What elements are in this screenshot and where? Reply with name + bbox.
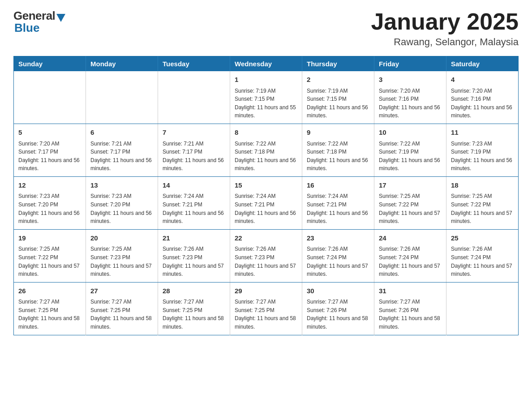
day-info: Sunrise: 7:26 AMSunset: 7:23 PMDaylight:…	[163, 245, 225, 278]
day-number: 30	[307, 286, 369, 296]
day-info: Sunrise: 7:27 AMSunset: 7:25 PMDaylight:…	[90, 298, 153, 331]
day-info: Sunrise: 7:22 AMSunset: 7:18 PMDaylight:…	[307, 140, 369, 173]
calendar-header-row: SundayMondayTuesdayWednesdayThursdayFrid…	[14, 56, 519, 72]
calendar-day-cell: 11Sunrise: 7:23 AMSunset: 7:19 PMDayligh…	[446, 124, 519, 177]
calendar-day-cell: 3Sunrise: 7:20 AMSunset: 7:16 PMDaylight…	[374, 71, 446, 124]
day-info: Sunrise: 7:25 AMSunset: 7:23 PMDaylight:…	[90, 245, 153, 278]
calendar-day-header: Monday	[86, 56, 158, 72]
day-number: 27	[90, 286, 153, 296]
calendar-day-cell: 7Sunrise: 7:21 AMSunset: 7:17 PMDaylight…	[158, 124, 230, 177]
day-info: Sunrise: 7:23 AMSunset: 7:20 PMDaylight:…	[18, 192, 81, 225]
day-info: Sunrise: 7:23 AMSunset: 7:20 PMDaylight:…	[90, 192, 153, 225]
day-number: 11	[451, 128, 514, 138]
day-info: Sunrise: 7:26 AMSunset: 7:24 PMDaylight:…	[379, 245, 442, 278]
day-info: Sunrise: 7:27 AMSunset: 7:26 PMDaylight:…	[379, 298, 442, 331]
calendar-day-cell: 13Sunrise: 7:23 AMSunset: 7:20 PMDayligh…	[86, 176, 158, 229]
logo-arrow-icon	[56, 14, 65, 22]
calendar-day-cell: 1Sunrise: 7:19 AMSunset: 7:15 PMDaylight…	[230, 71, 302, 124]
day-info: Sunrise: 7:25 AMSunset: 7:22 PMDaylight:…	[451, 192, 514, 225]
day-number: 14	[163, 180, 225, 191]
calendar-day-cell: 16Sunrise: 7:24 AMSunset: 7:21 PMDayligh…	[302, 176, 374, 229]
calendar-day-cell: 12Sunrise: 7:23 AMSunset: 7:20 PMDayligh…	[14, 176, 86, 229]
day-number: 24	[379, 233, 442, 244]
day-info: Sunrise: 7:25 AMSunset: 7:22 PMDaylight:…	[18, 245, 81, 278]
calendar-day-cell: 30Sunrise: 7:27 AMSunset: 7:26 PMDayligh…	[302, 282, 374, 335]
day-number: 6	[90, 128, 153, 138]
calendar-day-cell: 21Sunrise: 7:26 AMSunset: 7:23 PMDayligh…	[158, 229, 230, 282]
day-number: 16	[307, 180, 369, 191]
day-info: Sunrise: 7:27 AMSunset: 7:26 PMDaylight:…	[307, 298, 369, 331]
day-number: 19	[18, 233, 81, 244]
day-number: 31	[379, 286, 442, 296]
calendar-day-cell	[446, 282, 519, 335]
day-number: 25	[451, 233, 514, 244]
day-number: 26	[18, 286, 81, 296]
calendar-day-cell: 31Sunrise: 7:27 AMSunset: 7:26 PMDayligh…	[374, 282, 446, 335]
calendar-week-row: 1Sunrise: 7:19 AMSunset: 7:15 PMDaylight…	[14, 71, 519, 124]
day-number: 22	[235, 233, 297, 244]
day-info: Sunrise: 7:26 AMSunset: 7:24 PMDaylight:…	[307, 245, 369, 278]
calendar-day-cell: 14Sunrise: 7:24 AMSunset: 7:21 PMDayligh…	[158, 176, 230, 229]
day-number: 23	[307, 233, 369, 244]
calendar-day-cell: 26Sunrise: 7:27 AMSunset: 7:25 PMDayligh…	[14, 282, 86, 335]
calendar-day-cell: 8Sunrise: 7:22 AMSunset: 7:18 PMDaylight…	[230, 124, 302, 177]
logo: General Blue	[13, 9, 65, 35]
calendar-day-header: Wednesday	[230, 56, 302, 72]
day-info: Sunrise: 7:24 AMSunset: 7:21 PMDaylight:…	[307, 192, 369, 225]
day-number: 20	[90, 233, 153, 244]
calendar-day-cell: 17Sunrise: 7:25 AMSunset: 7:22 PMDayligh…	[374, 176, 446, 229]
day-info: Sunrise: 7:26 AMSunset: 7:23 PMDaylight:…	[235, 245, 297, 278]
calendar-week-row: 5Sunrise: 7:20 AMSunset: 7:17 PMDaylight…	[14, 124, 519, 177]
calendar-day-header: Sunday	[14, 56, 86, 72]
day-number: 1	[235, 75, 297, 85]
day-number: 28	[163, 286, 225, 296]
day-info: Sunrise: 7:27 AMSunset: 7:25 PMDaylight:…	[18, 298, 81, 331]
day-number: 5	[18, 128, 81, 138]
day-info: Sunrise: 7:24 AMSunset: 7:21 PMDaylight:…	[235, 192, 297, 225]
calendar-day-cell: 23Sunrise: 7:26 AMSunset: 7:24 PMDayligh…	[302, 229, 374, 282]
calendar-day-header: Thursday	[302, 56, 374, 72]
calendar-day-cell: 4Sunrise: 7:20 AMSunset: 7:16 PMDaylight…	[446, 71, 519, 124]
day-number: 12	[18, 180, 81, 191]
calendar-day-cell: 2Sunrise: 7:19 AMSunset: 7:15 PMDaylight…	[302, 71, 374, 124]
day-number: 13	[90, 180, 153, 191]
calendar-day-cell: 22Sunrise: 7:26 AMSunset: 7:23 PMDayligh…	[230, 229, 302, 282]
day-number: 7	[163, 128, 225, 138]
calendar-day-cell: 24Sunrise: 7:26 AMSunset: 7:24 PMDayligh…	[374, 229, 446, 282]
day-number: 17	[379, 180, 442, 191]
day-number: 18	[451, 180, 514, 191]
calendar-day-cell: 27Sunrise: 7:27 AMSunset: 7:25 PMDayligh…	[86, 282, 158, 335]
page-header: General Blue January 2025 Rawang, Selang…	[13, 9, 519, 48]
day-number: 2	[307, 75, 369, 85]
calendar-day-cell: 10Sunrise: 7:22 AMSunset: 7:19 PMDayligh…	[374, 124, 446, 177]
day-info: Sunrise: 7:25 AMSunset: 7:22 PMDaylight:…	[379, 192, 442, 225]
day-info: Sunrise: 7:21 AMSunset: 7:17 PMDaylight:…	[163, 140, 225, 173]
calendar-day-cell: 15Sunrise: 7:24 AMSunset: 7:21 PMDayligh…	[230, 176, 302, 229]
calendar-day-cell	[86, 71, 158, 124]
calendar-table: SundayMondayTuesdayWednesdayThursdayFrid…	[13, 56, 519, 335]
day-info: Sunrise: 7:20 AMSunset: 7:16 PMDaylight:…	[379, 87, 442, 120]
calendar-day-cell: 25Sunrise: 7:26 AMSunset: 7:24 PMDayligh…	[446, 229, 519, 282]
day-info: Sunrise: 7:22 AMSunset: 7:19 PMDaylight:…	[379, 140, 442, 173]
calendar-day-cell	[158, 71, 230, 124]
day-info: Sunrise: 7:20 AMSunset: 7:17 PMDaylight:…	[18, 140, 81, 173]
calendar-day-cell: 9Sunrise: 7:22 AMSunset: 7:18 PMDaylight…	[302, 124, 374, 177]
calendar-day-header: Tuesday	[158, 56, 230, 72]
calendar-week-row: 26Sunrise: 7:27 AMSunset: 7:25 PMDayligh…	[14, 282, 519, 335]
day-number: 21	[163, 233, 225, 244]
day-number: 8	[235, 128, 297, 138]
calendar-location: Rawang, Selangor, Malaysia	[371, 36, 519, 48]
calendar-day-header: Saturday	[446, 56, 519, 72]
day-number: 10	[379, 128, 442, 138]
day-info: Sunrise: 7:21 AMSunset: 7:17 PMDaylight:…	[90, 140, 153, 173]
day-info: Sunrise: 7:19 AMSunset: 7:15 PMDaylight:…	[235, 87, 297, 120]
day-info: Sunrise: 7:19 AMSunset: 7:15 PMDaylight:…	[307, 87, 369, 120]
calendar-day-cell: 28Sunrise: 7:27 AMSunset: 7:25 PMDayligh…	[158, 282, 230, 335]
calendar-day-cell: 6Sunrise: 7:21 AMSunset: 7:17 PMDaylight…	[86, 124, 158, 177]
day-number: 15	[235, 180, 297, 191]
calendar-day-cell: 5Sunrise: 7:20 AMSunset: 7:17 PMDaylight…	[14, 124, 86, 177]
calendar-week-row: 12Sunrise: 7:23 AMSunset: 7:20 PMDayligh…	[14, 176, 519, 229]
calendar-day-cell: 19Sunrise: 7:25 AMSunset: 7:22 PMDayligh…	[14, 229, 86, 282]
title-block: January 2025 Rawang, Selangor, Malaysia	[371, 9, 519, 48]
day-info: Sunrise: 7:26 AMSunset: 7:24 PMDaylight:…	[451, 245, 514, 278]
